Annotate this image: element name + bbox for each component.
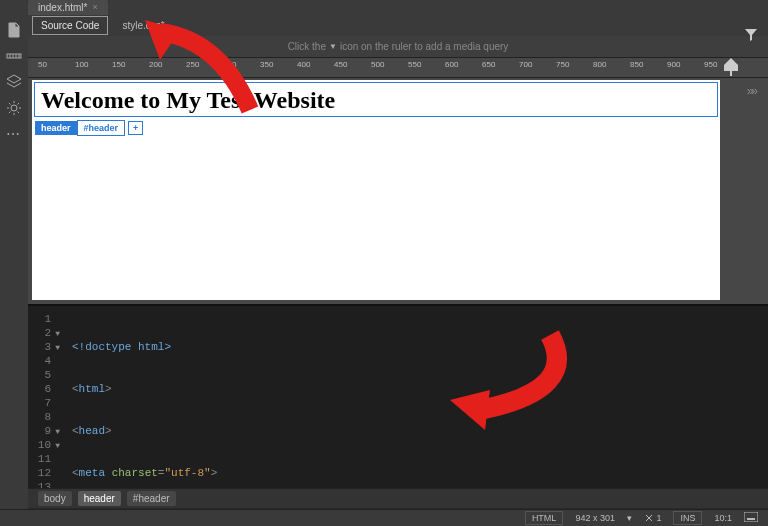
crumb-header[interactable]: header xyxy=(78,491,121,506)
filter-icon[interactable] xyxy=(744,28,758,44)
ruler-tick: 550 xyxy=(408,60,421,69)
ruler[interactable]: 5010015020025030035040045050055060065070… xyxy=(28,58,768,78)
line-number: 9▼ xyxy=(28,424,66,438)
live-page[interactable]: Welcome to My Test Website header #heade… xyxy=(32,80,720,300)
live-view-area: Welcome to My Test Website header #heade… xyxy=(28,78,768,304)
file-icon[interactable] xyxy=(6,22,22,38)
crumb-body[interactable]: body xyxy=(38,491,72,506)
ruler-tick: 200 xyxy=(149,60,162,69)
line-number: 11 xyxy=(28,452,66,466)
line-number: 1 xyxy=(28,312,66,326)
subtab-bar: Source Code style.css* xyxy=(0,14,768,36)
left-toolbar: ⋯ xyxy=(0,14,28,509)
svg-rect-3 xyxy=(744,512,758,522)
badge-add[interactable]: + xyxy=(128,121,143,135)
layers-icon[interactable] xyxy=(6,74,22,90)
ruler-tick: 450 xyxy=(334,60,347,69)
line-gutter: 1 2▼3▼4 5 6 7 8 9▼10▼11 12 13 xyxy=(28,312,66,488)
file-tab-index[interactable]: index.html* × xyxy=(28,0,108,15)
line-number: 6 xyxy=(28,382,66,396)
more-icon[interactable]: ⋯ xyxy=(6,126,22,142)
badge-tag[interactable]: header xyxy=(35,121,77,135)
ruler-tick: 50 xyxy=(38,60,47,69)
status-language[interactable]: HTML xyxy=(525,511,564,525)
tag-breadcrumb: body header #header xyxy=(28,488,768,508)
gear-icon[interactable] xyxy=(6,100,22,116)
code-editor[interactable]: 1 2▼3▼4 5 6 7 8 9▼10▼11 12 13 <!doctype … xyxy=(28,304,768,488)
code-lines[interactable]: <!doctype html> <html> <head> <meta char… xyxy=(72,312,762,488)
line-number: 12 xyxy=(28,466,66,480)
file-tab-label: index.html* xyxy=(38,2,87,13)
hint-text-pre: Click the xyxy=(288,41,326,52)
subtab-source-code[interactable]: Source Code xyxy=(32,16,108,35)
element-badges: header #header + xyxy=(32,119,720,136)
line-number: 8 xyxy=(28,410,66,424)
ruler-tick: 600 xyxy=(445,60,458,69)
ruler-tick: 300 xyxy=(223,60,236,69)
status-select-icon[interactable]: ▾ xyxy=(627,513,632,523)
line-number: 4 xyxy=(28,354,66,368)
subtab-stylecss[interactable]: style.css* xyxy=(114,17,172,34)
status-dimensions: 942 x 301 xyxy=(575,513,615,523)
svg-rect-2 xyxy=(730,65,732,76)
status-position: 10:1 xyxy=(714,513,732,523)
ruler-tick: 700 xyxy=(519,60,532,69)
svg-point-1 xyxy=(11,105,17,111)
ruler-icon[interactable] xyxy=(6,48,22,64)
page-heading[interactable]: Welcome to My Test Website xyxy=(34,82,718,117)
status-insert-mode[interactable]: INS xyxy=(673,511,702,525)
media-query-hint: Click the ▼ icon on the ruler to add a m… xyxy=(28,36,768,58)
line-number: 3▼ xyxy=(28,340,66,354)
crumb-header-id[interactable]: #header xyxy=(127,491,176,506)
ruler-tick: 400 xyxy=(297,60,310,69)
ruler-tick: 250 xyxy=(186,60,199,69)
ruler-tick: 500 xyxy=(371,60,384,69)
file-tab-bar: index.html* × xyxy=(0,0,768,14)
chevron-right-icon[interactable]: »» xyxy=(747,84,756,98)
line-number: 5 xyxy=(28,368,66,382)
hint-text-post: icon on the ruler to add a media query xyxy=(340,41,508,52)
line-number: 2▼ xyxy=(28,326,66,340)
ruler-tick: 650 xyxy=(482,60,495,69)
ruler-tick: 750 xyxy=(556,60,569,69)
ruler-tick: 950 xyxy=(704,60,717,69)
status-bar: HTML 942 x 301 ▾ 1 INS 10:1 xyxy=(0,509,768,526)
ruler-marker-icon[interactable] xyxy=(724,58,738,78)
ruler-tick: 900 xyxy=(667,60,680,69)
ruler-tick: 150 xyxy=(112,60,125,69)
ruler-tick: 350 xyxy=(260,60,273,69)
svg-rect-4 xyxy=(747,518,755,520)
ruler-tick: 100 xyxy=(75,60,88,69)
triangle-down-icon: ▼ xyxy=(329,42,337,51)
ruler-tick: 850 xyxy=(630,60,643,69)
line-number: 7 xyxy=(28,396,66,410)
status-changes[interactable]: 1 xyxy=(644,513,662,524)
close-icon[interactable]: × xyxy=(92,2,97,12)
line-number: 10▼ xyxy=(28,438,66,452)
badge-id[interactable]: #header xyxy=(77,120,126,136)
ruler-tick: 800 xyxy=(593,60,606,69)
status-keyboard-icon[interactable] xyxy=(744,512,758,524)
line-number: 13 xyxy=(28,480,66,488)
